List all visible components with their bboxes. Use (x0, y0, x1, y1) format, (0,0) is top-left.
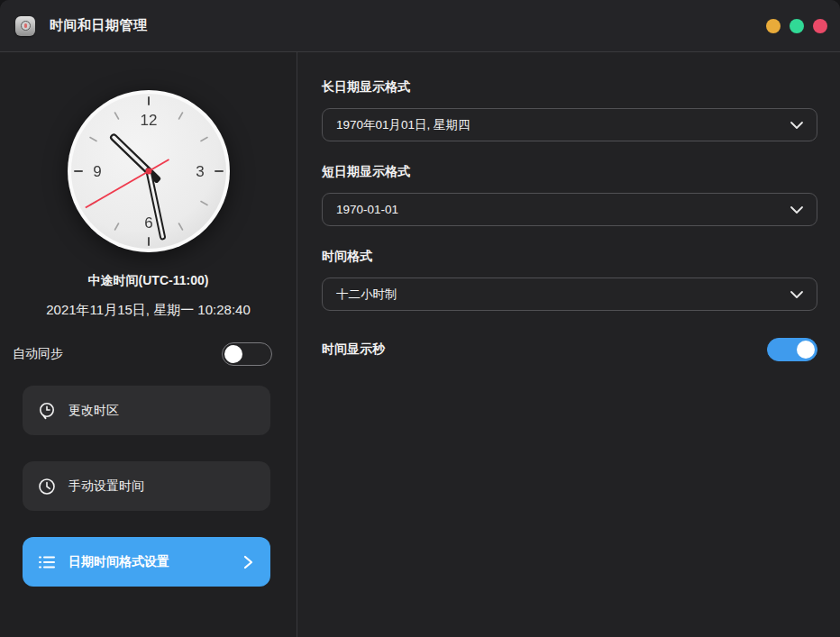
chevron-right-icon (240, 554, 256, 570)
titlebar: 时间和日期管理 (0, 0, 840, 52)
chevron-down-icon (788, 116, 806, 134)
toggle-knob (224, 345, 242, 363)
timezone-clock-icon (37, 401, 57, 421)
show-seconds-row: 时间显示秒 (322, 338, 817, 361)
time-format-dropdown[interactable]: 十二小时制 (322, 278, 817, 311)
clock-icon (37, 477, 57, 496)
show-seconds-label: 时间显示秒 (322, 341, 385, 358)
dropdown-value: 1970年01月01日, 星期四 (336, 117, 470, 133)
sidebar-item-set-time-manually[interactable]: 手动设置时间 (23, 461, 270, 511)
sidebar: 12 3 6 9 (0, 52, 297, 637)
svg-text:9: 9 (93, 163, 101, 180)
app-icon-dial (21, 21, 31, 31)
timezone-label: 中途时间(UTC-11:00) (88, 273, 209, 289)
time-format-field: 时间格式 十二小时制 (322, 249, 818, 311)
list-icon (37, 552, 57, 572)
svg-text:3: 3 (196, 163, 204, 180)
chevron-down-icon (788, 201, 806, 219)
window-title: 时间和日期管理 (50, 17, 148, 34)
sidebar-item-label: 日期时间格式设置 (68, 554, 169, 570)
field-label: 时间格式 (322, 249, 818, 265)
auto-sync-row: 自动同步 (0, 342, 297, 366)
sidebar-item-label: 更改时区 (68, 403, 119, 419)
maximize-button[interactable] (790, 19, 804, 33)
window-controls (766, 19, 827, 33)
auto-sync-toggle[interactable] (222, 342, 272, 366)
dropdown-value: 十二小时制 (336, 287, 397, 303)
field-label: 短日期显示格式 (322, 164, 818, 180)
content: 12 3 6 9 (0, 52, 840, 637)
toggle-knob (797, 341, 815, 359)
long-date-format-field: 长日期显示格式 1970年01月01日, 星期四 (322, 79, 818, 141)
long-date-format-dropdown[interactable]: 1970年01月01日, 星期四 (322, 108, 817, 141)
app-clock-icon (15, 16, 35, 36)
sidebar-buttons: 更改时区 手动设置时间 (0, 386, 297, 613)
app-icon-hand (24, 23, 27, 28)
current-datetime-label: 2021年11月15日, 星期一 10:28:40 (46, 302, 251, 319)
time-date-settings-window: 时间和日期管理 (0, 0, 840, 637)
sidebar-item-datetime-format-settings[interactable]: 日期时间格式设置 (23, 537, 270, 587)
clock-hub (145, 168, 151, 175)
analog-clock: 12 3 6 9 (67, 89, 231, 253)
short-date-format-field: 短日期显示格式 1970-01-01 (322, 164, 818, 226)
svg-text:6: 6 (144, 214, 152, 232)
dropdown-value: 1970-01-01 (336, 203, 398, 216)
short-date-format-dropdown[interactable]: 1970-01-01 (322, 193, 817, 226)
auto-sync-label: 自动同步 (13, 346, 63, 362)
chevron-down-icon (788, 286, 806, 304)
sidebar-item-label: 手动设置时间 (68, 478, 144, 495)
format-settings-panel: 长日期显示格式 1970年01月01日, 星期四 短日期显示格式 1970-01… (297, 52, 840, 637)
minimize-button[interactable] (766, 19, 781, 33)
svg-text:12: 12 (140, 112, 157, 129)
close-button[interactable] (813, 19, 827, 33)
show-seconds-toggle[interactable] (767, 338, 817, 361)
sidebar-item-change-timezone[interactable]: 更改时区 (23, 386, 270, 435)
field-label: 长日期显示格式 (322, 79, 818, 96)
